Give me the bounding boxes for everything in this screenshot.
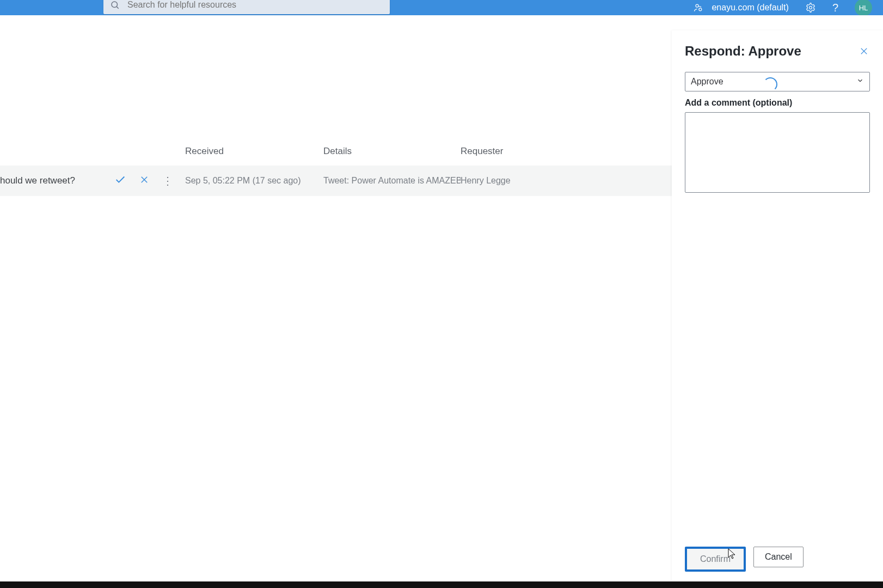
comment-label: Add a comment (optional): [685, 98, 870, 108]
col-details: Details: [323, 146, 461, 157]
settings-icon[interactable]: [805, 2, 816, 13]
approve-icon[interactable]: [114, 174, 126, 188]
app-header: enayu.com (default) ? HL: [0, 0, 883, 15]
row-received: Sep 5, 05:22 PM (17 sec ago): [185, 176, 323, 186]
comment-textarea[interactable]: [685, 112, 870, 193]
panel-title: Respond: Approve: [685, 44, 801, 59]
search-box[interactable]: [103, 0, 390, 14]
col-received: Received: [185, 146, 323, 157]
environment-icon: [693, 2, 704, 13]
search-input[interactable]: [127, 0, 383, 10]
environment-picker[interactable]: enayu.com (default): [693, 2, 788, 13]
approval-row[interactable]: hould we retweet? ⋮ Sep 5, 05:22 PM (17 …: [0, 166, 672, 196]
avatar[interactable]: HL: [855, 0, 872, 16]
help-icon[interactable]: ?: [832, 2, 838, 14]
row-requester: Henry Legge: [461, 176, 672, 186]
row-details: Tweet: Power Automate is AMAZEBA...: [323, 176, 461, 186]
cancel-button[interactable]: Cancel: [753, 547, 804, 567]
header-right: enayu.com (default) ? HL: [693, 0, 872, 16]
svg-point-2: [696, 4, 698, 7]
svg-point-3: [699, 8, 702, 11]
svg-point-4: [809, 7, 812, 9]
row-actions: ⋮: [105, 174, 185, 188]
response-dropdown[interactable]: Approve: [685, 72, 870, 91]
row-title: hould we retweet?: [0, 175, 105, 186]
confirm-button-highlight: Confirm: [685, 547, 746, 572]
more-icon[interactable]: ⋮: [162, 175, 173, 186]
panel-footer: Confirm Cancel: [685, 537, 870, 581]
chevron-down-icon: [856, 77, 864, 87]
confirm-button[interactable]: Confirm: [687, 549, 744, 569]
loading-spinner-icon: [763, 77, 777, 91]
content-area: Received Details Requester hould we retw…: [0, 15, 883, 588]
dropdown-value: Approve: [691, 77, 723, 87]
taskbar: [0, 581, 883, 588]
svg-line-1: [116, 7, 118, 8]
search-icon: [110, 0, 120, 10]
respond-panel: Respond: Approve Approve Add a comment (…: [672, 30, 883, 581]
svg-point-0: [112, 2, 118, 8]
reject-icon[interactable]: [139, 175, 149, 187]
close-icon[interactable]: [858, 45, 870, 57]
environment-label: enayu.com (default): [712, 3, 788, 13]
